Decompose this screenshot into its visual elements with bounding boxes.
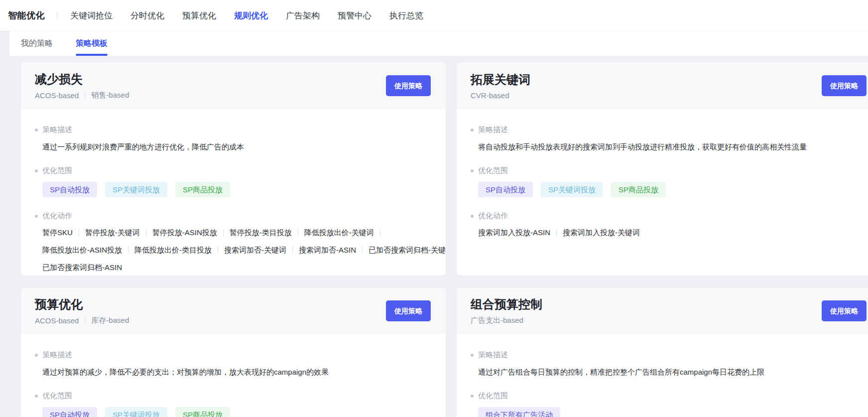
bullet-dot-icon: [471, 129, 474, 132]
section-label-scope-text: 优化范围: [42, 166, 72, 175]
card-badge: 销售-based: [91, 91, 129, 100]
card-title: 拓展关键词: [471, 72, 530, 87]
bullet-dot-icon: [35, 215, 38, 218]
action-item: 搜索词加否-ASIN: [299, 245, 356, 255]
scope-tag-list: SP自动投放SP关键词投放SP商品投放: [42, 407, 432, 417]
card-badges: ACOS-based库存-based: [35, 316, 129, 325]
bullet-dot-icon: [471, 169, 474, 172]
scope-tag: SP商品投放: [611, 182, 666, 197]
scope-tag: SP自动投放: [42, 407, 97, 417]
section-label-description: 策略描述: [471, 350, 868, 360]
card-header: 减少损失 ACOS-based销售-based 使用策略: [21, 62, 446, 109]
action-divider: [223, 229, 224, 236]
nav-item-keyword-grab[interactable]: 关键词抢位: [70, 10, 113, 21]
nav-item-dayparting[interactable]: 分时优化: [130, 10, 164, 21]
use-strategy-button[interactable]: 使用策略: [386, 75, 431, 96]
strategy-description: 通过一系列规则对浪费严重的地方进行优化，降低广告的成本: [42, 141, 432, 152]
nav-item-rule-optimization[interactable]: 规则优化: [234, 10, 268, 21]
bullet-dot-icon: [471, 354, 474, 357]
nav-item-ad-structure[interactable]: 广告架构: [286, 10, 320, 21]
active-tab-underline: [76, 54, 108, 56]
card-header-left: 拓展关键词 CVR-based: [471, 72, 530, 100]
card-header: 预算优化 ACOS-based库存-based 使用策略: [21, 287, 446, 334]
action-item: 已加否搜索词归档-ASIN: [42, 262, 122, 273]
action-divider: [556, 229, 557, 236]
action-item: 搜索词加入投放-关键词: [563, 227, 640, 238]
strategy-description: 通过对预算的减少，降低不必要的支出；对预算的增加，放大表现好的campaign的…: [42, 367, 432, 377]
action-divider: [362, 246, 363, 254]
nav-items: 关键词抢位 分时优化 预算优化 规则优化 广告架构 预警中心 执行总览: [70, 10, 423, 21]
strategy-card: 减少损失 ACOS-based销售-based 使用策略 策略描述 通过一系列规…: [21, 62, 446, 276]
nav-item-execution-overview[interactable]: 执行总览: [389, 10, 423, 21]
section-label-description: 策略描述: [471, 125, 868, 135]
card-title: 减少损失: [35, 72, 129, 87]
action-row: 暂停SKU暂停投放-关键词暂停投放-ASIN投放暂停投放-类目投放降低投放出价-…: [42, 227, 432, 238]
section-label-actions: 优化动作: [471, 211, 868, 221]
action-item: 暂停投放-关键词: [85, 227, 140, 238]
action-item: 降低投放出价-类目投放: [134, 245, 212, 255]
bullet-dot-icon: [471, 395, 474, 398]
app-title: 智能优化: [8, 9, 45, 21]
action-divider: [218, 246, 218, 254]
action-list: 搜索词加入投放-ASIN搜索词加入投放-关键词: [478, 227, 868, 238]
action-divider: [146, 229, 146, 236]
card-header-left: 组合预算控制 广告支出-based: [471, 297, 542, 325]
card-header: 拓展关键词 CVR-based 使用策略: [457, 62, 868, 109]
section-label-description-text: 策略描述: [478, 350, 508, 360]
action-item: 暂停SKU: [42, 227, 73, 238]
scope-tag-list: SP自动投放SP关键词投放SP商品投放: [42, 182, 432, 197]
use-strategy-button[interactable]: 使用策略: [822, 300, 867, 321]
card-header-left: 预算优化 ACOS-based库存-based: [35, 297, 129, 325]
card-badge: 广告支出-based: [471, 316, 523, 325]
scope-tag: 组合下所有广告活动: [478, 407, 560, 417]
section-label-description: 策略描述: [35, 350, 432, 360]
action-item: 已加否搜索词归档-关键词: [369, 245, 446, 255]
card-badges: CVR-based: [471, 91, 530, 100]
section-label-scope: 优化范围: [471, 166, 868, 175]
card-title: 组合预算控制: [471, 297, 542, 312]
card-title: 预算优化: [35, 297, 129, 312]
card-body: 策略描述 通过一系列规则对浪费严重的地方进行优化，降低广告的成本 优化范围 SP…: [21, 109, 446, 273]
scope-tag: SP自动投放: [478, 182, 533, 197]
card-badge: ACOS-based: [35, 316, 79, 325]
bullet-dot-icon: [35, 354, 38, 357]
tab-my-strategies[interactable]: 我的策略: [21, 31, 53, 56]
section-label-actions: 优化动作: [35, 211, 432, 221]
bullet-dot-icon: [35, 395, 38, 398]
nav-item-budget-optimization[interactable]: 预算优化: [182, 10, 216, 21]
section-label-scope-text: 优化范围: [42, 391, 72, 401]
card-body: 策略描述 通过对广告组合每日预算的控制，精准把控整个广告组合所有campaign…: [457, 334, 868, 417]
action-row: 已加否搜索词归档-ASIN: [42, 262, 432, 273]
nav-divider: [57, 11, 57, 19]
bullet-dot-icon: [35, 129, 38, 132]
strategy-card: 拓展关键词 CVR-based 使用策略 策略描述 将自动投放和手动投放表现好的…: [457, 62, 868, 276]
action-item: 搜索词加入投放-ASIN: [478, 227, 550, 238]
bullet-dot-icon: [35, 169, 38, 172]
scope-tag: SP关键词投放: [105, 182, 167, 197]
bullet-dot-icon: [471, 215, 474, 218]
action-item: 暂停投放-ASIN投放: [152, 227, 217, 238]
use-strategy-button[interactable]: 使用策略: [386, 300, 431, 321]
strategy-description: 通过对广告组合每日预算的控制，精准把控整个广告组合所有campaign每日花费的…: [478, 367, 868, 377]
strategy-card: 组合预算控制 广告支出-based 使用策略 策略描述 通过对广告组合每日预算的…: [457, 287, 868, 417]
use-strategy-button[interactable]: 使用策略: [822, 75, 867, 96]
tab-my-strategies-label: 我的策略: [21, 38, 53, 49]
strategy-description: 将自动投放和手动投放表现好的搜索词加到手动投放进行精准投放，获取更好有价值的高相…: [478, 141, 868, 152]
nav-item-alert-center[interactable]: 预警中心: [338, 10, 372, 21]
card-badge: 库存-based: [91, 316, 129, 325]
card-body: 策略描述 通过对预算的减少，降低不必要的支出；对预算的增加，放大表现好的camp…: [21, 334, 446, 417]
action-divider: [380, 229, 380, 236]
card-badges: 广告支出-based: [471, 316, 542, 325]
scope-tag-list: SP自动投放SP关键词投放SP商品投放: [478, 182, 868, 197]
badge-divider: [85, 92, 85, 99]
action-divider: [79, 229, 79, 236]
action-divider: [298, 229, 298, 236]
section-label-description-text: 策略描述: [42, 125, 72, 135]
content-area: 我的策略 策略模板 减少损失 ACOS-based销售-based 使用策略 策…: [0, 31, 868, 417]
tab-strategy-templates[interactable]: 策略模板: [76, 31, 108, 56]
card-badge: CVR-based: [471, 91, 509, 100]
action-divider: [128, 246, 128, 254]
action-item: 降低投放出价-ASIN投放: [42, 245, 122, 255]
action-list: 暂停SKU暂停投放-关键词暂停投放-ASIN投放暂停投放-类目投放降低投放出价-…: [42, 227, 432, 273]
scope-tag: SP关键词投放: [541, 182, 603, 197]
